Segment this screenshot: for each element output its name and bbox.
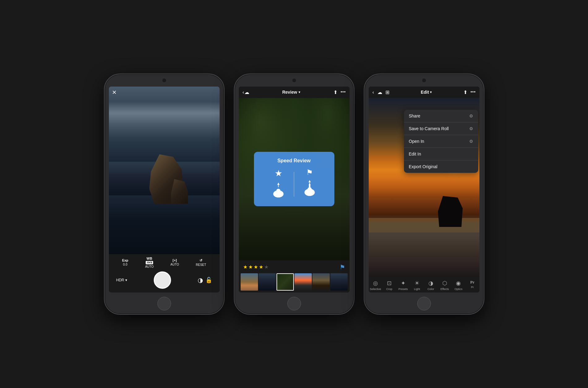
presets-label: Presets xyxy=(398,288,408,291)
effects-label: Effects xyxy=(440,288,449,291)
sunset-reflection xyxy=(369,218,479,232)
edit-toolbar: ◎ Selective ⊡ Crop ✦ Presets ☀ Light xyxy=(369,277,479,292)
edit-chevron-icon: ▾ xyxy=(430,90,432,95)
phone-1-screen: ✕ Exp 0.0 WB AWB AUTO xyxy=(109,87,220,292)
filmstrip[interactable] xyxy=(241,273,348,291)
phone-1-home-button[interactable] xyxy=(157,297,171,310)
share-gear-icon[interactable]: ⚙ xyxy=(469,113,473,118)
awb-badge: AWB xyxy=(146,261,153,264)
camera-reset-setting[interactable]: ↺ RESET xyxy=(196,258,206,266)
exposure-label: Exp xyxy=(122,258,128,262)
effects-icon: ⬡ xyxy=(442,280,447,287)
reset-label: RESET xyxy=(196,263,206,266)
star-1: ★ xyxy=(243,264,247,270)
speed-review-overlay[interactable]: Speed Review ★ xyxy=(254,152,334,206)
save-label: Save to Camera Roll xyxy=(409,126,449,131)
toolbar-selective[interactable]: ◎ Selective xyxy=(369,279,383,291)
star-rating-icon: ★ xyxy=(275,168,282,178)
toolbar-light[interactable]: ☀ Light xyxy=(410,279,424,291)
selective-icon: ◎ xyxy=(373,280,378,287)
edit-header-left: ‹ ☁ ⊞ xyxy=(372,89,389,96)
flag-status-icon[interactable]: ⚑ xyxy=(340,263,345,271)
dropdown-item-open-in[interactable]: Open In ⚙ xyxy=(404,135,478,148)
star-3: ★ xyxy=(254,264,258,270)
more-icon[interactable]: ••• xyxy=(341,89,346,95)
share-label: Share xyxy=(409,113,420,118)
edit-back-button[interactable]: ‹ xyxy=(372,89,374,96)
edit-header-right: ⬆ ••• xyxy=(463,89,476,95)
pr-icon: Pr xyxy=(470,280,474,285)
review-header-right: ⬆ ••• xyxy=(333,89,346,95)
dropdown-item-export[interactable]: Export Original xyxy=(404,160,478,173)
toolbar-effects[interactable]: ⬡ Effects xyxy=(438,279,452,291)
save-gear-icon[interactable]: ⚙ xyxy=(469,126,473,131)
open-in-gear-icon[interactable]: ⚙ xyxy=(469,139,473,144)
filmstrip-item-4[interactable] xyxy=(294,273,312,291)
toolbar-presets[interactable]: ✦ Presets xyxy=(396,279,410,291)
edit-more-icon[interactable]: ••• xyxy=(470,89,476,95)
phone-2-screen: ‹ ☁ Review ▾ ⬆ ••• Speed xyxy=(239,87,350,292)
lock-icon[interactable]: 🔓 xyxy=(205,277,212,284)
camera-exposure-setting[interactable]: Exp 0.0 xyxy=(122,258,128,266)
camera-wb-setting[interactable]: WB AWB AUTO xyxy=(145,257,154,268)
camera-bottom-row: HDR ▾ ◑ 🔓 xyxy=(114,270,215,290)
sunset-rock xyxy=(438,196,463,227)
wb-value: AUTO xyxy=(145,265,154,268)
star-5: ★ xyxy=(264,264,268,270)
color-icon: ◑ xyxy=(428,280,433,287)
filmstrip-item-1[interactable] xyxy=(241,273,258,291)
edit-header: ‹ ☁ ⊞ Edit ▾ ⬆ ••• xyxy=(369,87,479,98)
camera-close-button[interactable]: ✕ xyxy=(112,89,117,96)
toolbar-pr[interactable]: Pr Pr xyxy=(466,279,479,291)
camera-controls: Exp 0.0 WB AWB AUTO [+] AUTO xyxy=(109,254,220,292)
hdr-chevron-icon: ▾ xyxy=(125,278,127,282)
filmstrip-item-5[interactable] xyxy=(312,273,330,291)
presets-icon: ✦ xyxy=(401,280,406,287)
filmstrip-item-6[interactable] xyxy=(330,273,348,291)
star-hand-gesture xyxy=(271,180,286,200)
toolbar-optics[interactable]: ◉ Optics xyxy=(452,279,466,291)
star-rating[interactable]: ★ ★ ★ ★ ★ xyxy=(243,264,268,270)
flag-icon: ⚑ xyxy=(306,168,313,177)
dropdown-item-save[interactable]: Save to Camera Roll ⚙ xyxy=(404,122,478,135)
cloud-icon[interactable]: ☁ xyxy=(244,89,249,95)
close-icon: ✕ xyxy=(112,89,117,96)
filmstrip-item-2[interactable] xyxy=(259,273,276,291)
hdr-button[interactable]: HDR ▾ xyxy=(116,278,127,282)
phones-container: ✕ Exp 0.0 WB AWB AUTO xyxy=(0,0,588,388)
phone-2: ‹ ☁ Review ▾ ⬆ ••• Speed xyxy=(234,74,354,315)
phone-2-home-button[interactable] xyxy=(287,297,301,310)
camera-rock-small xyxy=(171,179,188,204)
plus-label: [+] xyxy=(173,258,177,262)
shutter-button[interactable] xyxy=(154,271,171,289)
camera-viewfinder: ✕ xyxy=(109,87,220,254)
dropdown-item-share[interactable]: Share ⚙ xyxy=(404,110,478,122)
star-gesture-section: ★ xyxy=(263,168,294,200)
edit-compare-icon[interactable]: ⊞ xyxy=(385,89,389,95)
flag-gesture-section: ⚑ xyxy=(294,168,325,198)
exposure-value: 0.0 xyxy=(123,263,127,266)
edit-share-icon[interactable]: ⬆ xyxy=(463,89,467,95)
filmstrip-item-3[interactable] xyxy=(277,273,294,291)
optics-icon: ◉ xyxy=(456,280,461,287)
camera-screen: ✕ Exp 0.0 WB AWB AUTO xyxy=(109,87,220,292)
export-label: Export Original xyxy=(409,164,438,169)
phone-3-home-button[interactable] xyxy=(417,297,431,310)
speed-review-title: Speed Review xyxy=(263,158,325,164)
toolbar-color[interactable]: ◑ Color xyxy=(424,279,438,291)
wb-label: WB xyxy=(147,257,152,260)
phone-3-screen: ‹ ☁ ⊞ Edit ▾ ⬆ ••• xyxy=(369,87,479,292)
crop-label: Crop xyxy=(386,288,393,291)
light-label: Light xyxy=(414,288,420,291)
camera-plus-setting[interactable]: [+] AUTO xyxy=(170,258,179,266)
share-icon[interactable]: ⬆ xyxy=(333,89,337,95)
review-title-area: Review ▾ xyxy=(249,90,333,95)
dropdown-item-edit-in[interactable]: Edit In xyxy=(404,148,478,160)
review-chevron-icon: ▾ xyxy=(298,90,300,95)
split-tone-icon[interactable]: ◑ xyxy=(198,276,203,284)
camera-rock-group xyxy=(145,148,188,204)
edit-cloud-icon[interactable]: ☁ xyxy=(377,89,382,95)
toolbar-crop[interactable]: ⊡ Crop xyxy=(382,279,396,291)
speed-review-gesture-icons: ★ xyxy=(263,168,325,200)
reset-icon: ↺ xyxy=(200,258,202,262)
